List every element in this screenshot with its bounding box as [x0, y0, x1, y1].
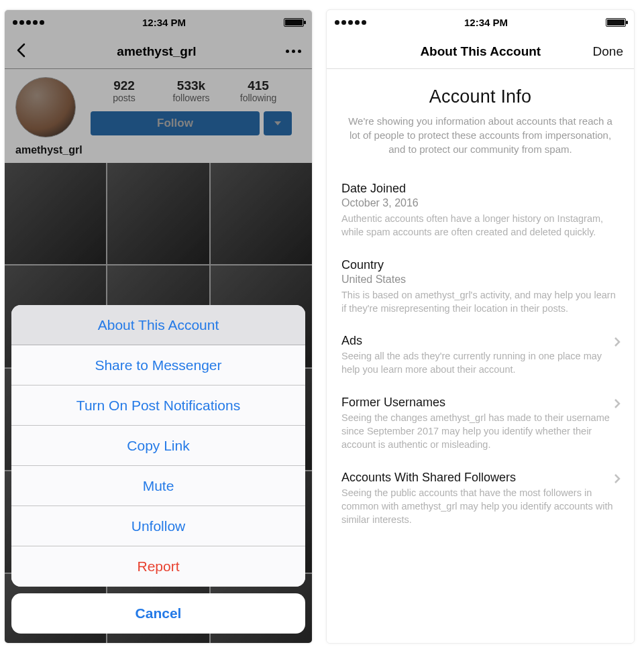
chevron-right-icon	[614, 337, 621, 350]
done-button[interactable]: Done	[593, 44, 623, 59]
action-cancel[interactable]: Cancel	[11, 593, 305, 634]
section-value: October 3, 2016	[341, 197, 619, 209]
section-title: Date Joined	[341, 182, 619, 196]
action-unfollow[interactable]: Unfollow	[11, 506, 305, 546]
section-date-joined: Date JoinedOctober 3, 2016Authentic acco…	[327, 175, 634, 251]
action-about[interactable]: About This Account	[11, 305, 305, 345]
navbar: About This Account Done	[327, 34, 634, 69]
signal-dots-icon	[335, 20, 366, 25]
chevron-right-icon	[614, 398, 621, 412]
section-former-usernames[interactable]: Former UsernamesSeeing the changes ameth…	[327, 389, 634, 464]
section-title: Ads	[341, 334, 619, 348]
section-title: Former Usernames	[341, 396, 619, 410]
section-description: Seeing the changes amethyst_grl has made…	[341, 411, 619, 452]
phone-about-account: 12:34 PM About This Account Done Account…	[326, 9, 635, 644]
section-value: United States	[341, 274, 619, 286]
section-title: Country	[341, 258, 619, 272]
section-title: Accounts With Shared Followers	[341, 471, 619, 485]
action-copy-link[interactable]: Copy Link	[11, 426, 305, 466]
account-info-heading: Account Info	[344, 86, 616, 107]
section-ads[interactable]: AdsSeeing all the ads they're currently …	[327, 327, 634, 389]
action-mute[interactable]: Mute	[11, 466, 305, 506]
action-report[interactable]: Report	[11, 546, 305, 587]
action-notifications[interactable]: Turn On Post Notifications	[11, 385, 305, 426]
battery-icon	[606, 18, 626, 27]
phone-profile-actionsheet: 12:34 PM amethyst_grl 922 posts	[4, 9, 313, 644]
action-sheet: About This AccountShare to MessengerTurn…	[11, 305, 305, 634]
section-country: CountryUnited StatesThis is based on ame…	[327, 251, 634, 328]
account-info-subtitle: We're showing you information about acco…	[344, 114, 616, 156]
status-bar: 12:34 PM	[327, 10, 634, 34]
section-description: Authentic accounts often have a longer h…	[341, 212, 619, 239]
section-description: Seeing all the ads they're currently run…	[341, 349, 619, 377]
chevron-right-icon	[614, 473, 621, 487]
page-title: About This Account	[420, 44, 541, 59]
action-share-messenger[interactable]: Share to Messenger	[11, 345, 305, 385]
section-description: Seeing the public accounts that have the…	[341, 486, 619, 527]
status-time: 12:34 PM	[464, 17, 508, 28]
section-shared-followers[interactable]: Accounts With Shared FollowersSeeing the…	[327, 464, 634, 539]
section-description: This is based on amethyst_grl's activity…	[341, 288, 619, 316]
